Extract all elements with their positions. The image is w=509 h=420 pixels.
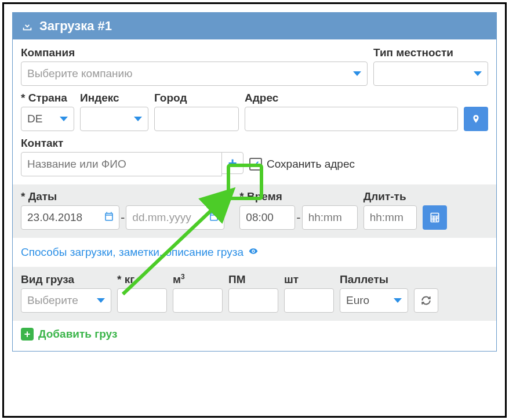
chevron-down-icon <box>353 71 361 76</box>
chevron-down-icon <box>474 71 482 76</box>
time-label: * Время <box>239 190 357 203</box>
city-input[interactable] <box>154 107 239 131</box>
loading-options-link[interactable]: Способы загрузки, заметки, описание груз… <box>21 238 488 267</box>
chevron-down-icon <box>60 117 68 121</box>
time-to-input[interactable] <box>302 205 358 230</box>
refresh-icon <box>420 295 432 306</box>
panel-header: Загрузка #1 <box>13 13 496 39</box>
postcode-select[interactable] <box>80 107 148 131</box>
map-pin-icon <box>471 113 481 125</box>
dash-separator: - <box>295 205 301 230</box>
add-contact-button[interactable]: + <box>221 152 243 174</box>
m3-label: м3 <box>173 273 223 286</box>
calendar-icon <box>104 211 114 225</box>
duration-label: Длит-ть <box>363 190 417 203</box>
company-label: Компания <box>21 46 368 59</box>
cargo-type-select[interactable]: Выберите <box>21 288 111 313</box>
m3-input[interactable] <box>173 288 223 313</box>
contact-label: Контакт <box>21 137 243 150</box>
pallets-select[interactable]: Euro <box>340 288 408 313</box>
address-input[interactable] <box>245 107 458 131</box>
save-address-label: Сохранить адрес <box>267 158 355 171</box>
plus-badge-icon: + <box>21 328 34 341</box>
download-icon <box>21 20 34 32</box>
time-from-input[interactable] <box>239 205 295 230</box>
pm-label: ПМ <box>228 273 278 286</box>
pm-input[interactable] <box>228 288 278 313</box>
date-to-input[interactable]: dd.mm.yyyy <box>126 205 224 230</box>
locality-label: Тип местности <box>373 46 488 59</box>
postcode-label: Индекс <box>80 92 148 104</box>
date-from-input[interactable]: 23.04.2018 <box>21 205 119 230</box>
kg-input[interactable] <box>117 288 167 313</box>
country-select[interactable]: DE <box>21 107 74 131</box>
panel-title: Загрузка #1 <box>39 19 112 34</box>
cargo-type-label: Вид груза <box>21 273 111 286</box>
refresh-button[interactable] <box>414 288 438 313</box>
add-cargo-button[interactable]: + Добавить груз <box>21 321 488 343</box>
dash-separator: - <box>119 205 126 230</box>
pcs-label: шт <box>284 273 334 286</box>
duration-input[interactable] <box>363 205 417 230</box>
eye-icon <box>247 247 260 259</box>
pcs-input[interactable] <box>284 288 334 313</box>
chevron-down-icon <box>97 298 105 303</box>
map-pin-button[interactable] <box>464 107 488 131</box>
chevron-down-icon <box>394 298 402 303</box>
locality-select[interactable] <box>373 61 488 86</box>
calendar-icon <box>209 211 219 225</box>
calculate-button[interactable] <box>423 205 447 230</box>
pallets-label: Паллеты <box>340 273 408 286</box>
city-label: Город <box>154 92 239 104</box>
save-address-checkbox[interactable]: ✓ <box>249 158 262 171</box>
company-select[interactable]: Выберите компанию <box>21 61 368 86</box>
address-label: Адрес <box>245 92 458 104</box>
dates-label: * Даты <box>21 190 224 203</box>
kg-label: * кг <box>117 273 167 286</box>
contact-input[interactable] <box>21 152 222 176</box>
calculator-icon <box>429 211 441 224</box>
country-label: * Страна <box>21 92 74 104</box>
plus-icon: + <box>228 154 237 172</box>
chevron-down-icon <box>134 117 142 121</box>
